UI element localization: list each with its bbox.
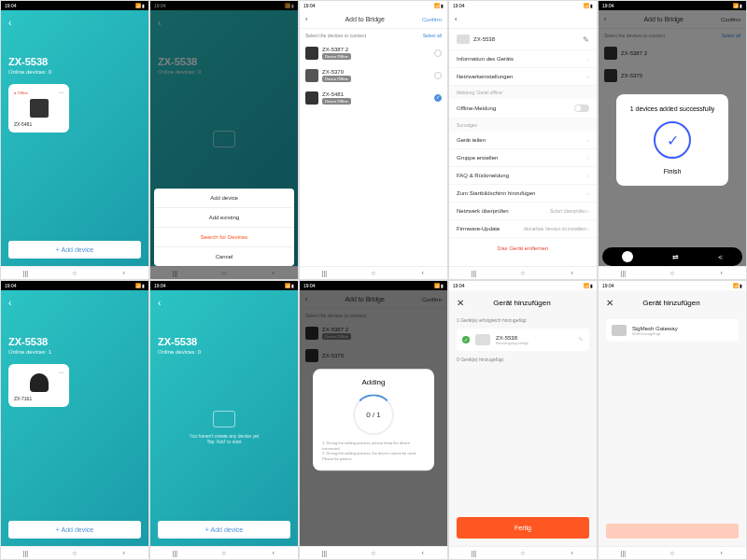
add-device-button[interactable]: + Add device xyxy=(8,521,141,539)
settings-homescreen[interactable]: Zum Startbildschirm hinzufügen› xyxy=(449,185,597,203)
adding-title: Adding xyxy=(322,378,425,386)
share-bar[interactable]: ⇄ < xyxy=(602,247,742,266)
sheet-add-existing[interactable]: Add existing xyxy=(154,208,294,228)
close-icon[interactable]: ✕ xyxy=(606,298,613,308)
fertig-button[interactable]: Fertig xyxy=(457,517,589,539)
screen-action-sheet: 19:04📶 ▮ ‹ ZX-5538 Online devices: 0 Add… xyxy=(149,0,299,280)
offline-badge: ● Offline xyxy=(14,91,28,95)
gateway-icon xyxy=(612,325,627,336)
screen-add-to-bridge: 19:04📶 ▮ ‹ Add to Bridge Confirm Select … xyxy=(299,0,448,280)
check-icon: ✓ xyxy=(462,336,470,343)
settings-firmware[interactable]: Firmware-UpdateAktuellste Version ist in… xyxy=(449,220,597,238)
device-card[interactable]: ⋯ ZX-7161 xyxy=(8,364,69,407)
share-icon[interactable]: < xyxy=(718,253,723,261)
added-device-card[interactable]: ✓ ZX-5538Hinzufügung erfolgt ✎ xyxy=(457,329,589,351)
add-device-button[interactable]: + Add device xyxy=(158,521,290,539)
success-modal: 1 devices added successfully ✓ Finish xyxy=(616,94,728,186)
settings-faq[interactable]: FAQ & Rückmeldung› xyxy=(449,167,597,185)
status-bar: 19:04📶 ▮ xyxy=(1,1,148,10)
back-icon[interactable]: ‹ xyxy=(8,18,141,28)
action-sheet: Add device Add existing Search for Devic… xyxy=(154,189,294,266)
adding-hint: 1. During the adding process, please kee… xyxy=(322,441,425,461)
device-image xyxy=(30,99,49,118)
confirm-button[interactable]: Confirm xyxy=(422,17,442,22)
back-icon[interactable]: ‹ xyxy=(8,298,141,308)
screen-hub-offline: 19:04📶 ▮ ‹ ZX-5538 Online devices: 0 ● O… xyxy=(0,0,149,280)
radio-checked[interactable] xyxy=(434,94,442,102)
device-row[interactable]: ZX-5370Device Offline xyxy=(300,64,447,87)
device-thumb-icon xyxy=(457,35,470,44)
capture-icon[interactable] xyxy=(622,251,633,262)
sheet-search[interactable]: Search for Devices xyxy=(154,228,294,247)
device-name: ZX-7161 xyxy=(14,396,63,401)
screen-device-settings: 19:04📶 ▮ ‹ ZX-5538 ✎ Information des Ger… xyxy=(448,0,598,280)
select-all-button[interactable]: Select all xyxy=(423,33,442,38)
hub-title: ZX-5538 xyxy=(8,56,141,67)
close-icon[interactable]: ✕ xyxy=(457,298,464,308)
settings-group[interactable]: Gruppe erstellen› xyxy=(449,149,597,167)
edit-icon[interactable]: ✎ xyxy=(578,336,584,343)
added-device-card[interactable]: SigMesh GatewayWird hinzugefügt xyxy=(606,319,739,342)
empty-box-icon xyxy=(213,411,235,427)
online-count: Online devices: 0 xyxy=(8,69,141,75)
finish-button[interactable]: Finish xyxy=(627,168,717,175)
success-check-icon: ✓ xyxy=(654,121,691,159)
screen-adding: 19:04📶 ▮ ‹Add to BridgeConfirm Select th… xyxy=(299,280,448,560)
edit-icon[interactable]: ✎ xyxy=(583,35,589,44)
device-icon xyxy=(305,47,318,60)
device-image xyxy=(30,373,49,392)
screen-header: ‹ Add to Bridge Confirm xyxy=(300,10,447,29)
sheet-add-device[interactable]: Add device xyxy=(154,189,294,208)
empty-state: You haven't create any device yet Tap 'A… xyxy=(158,411,290,444)
back-icon[interactable]: ‹ xyxy=(158,298,290,308)
radio-unchecked[interactable] xyxy=(434,72,442,79)
settings-offline-toggle[interactable]: Offline-Meldung xyxy=(449,99,597,119)
success-message: 1 devices added successfully xyxy=(627,105,717,112)
settings-share[interactable]: Gerät teilen› xyxy=(449,132,597,149)
device-row[interactable]: ZX-5481Device Offline xyxy=(300,87,447,109)
more-icon[interactable]: ⋯ xyxy=(59,90,63,95)
screen-add-gateway-de: 19:04📶 ▮ ✕ Gerät hinzufügen SigMesh Gate… xyxy=(598,280,747,560)
crop-icon[interactable]: ⇄ xyxy=(672,253,679,261)
sheet-cancel[interactable]: Cancel xyxy=(154,247,294,266)
adding-modal: Adding 0 / 1 1. During the adding proces… xyxy=(313,369,434,470)
device-name: ZX-5481 xyxy=(14,121,63,127)
radio-unchecked[interactable] xyxy=(434,49,442,57)
screen-success: 19:04📶 ▮ ‹Add to BridgeConfirm Select th… xyxy=(598,0,747,280)
device-card[interactable]: ● Offline ⋯ ZX-5481 xyxy=(8,84,69,133)
android-nav: |||○‹ xyxy=(1,266,148,279)
remove-device-button[interactable]: Das Gerät entfernen xyxy=(449,238,597,259)
device-name-row[interactable]: ZX-5538 ✎ xyxy=(449,29,597,50)
device-row[interactable]: ZX-5387 2Device Offline xyxy=(300,42,447,64)
add-device-button[interactable]: + Add device xyxy=(8,241,141,259)
settings-netcheck[interactable]: Netzwerk überprüfenSofort überprüfen › xyxy=(449,203,597,220)
back-icon[interactable]: ‹ xyxy=(455,16,457,22)
settings-network[interactable]: Netzwerkeinstellungen› xyxy=(449,68,597,86)
screen-hub-empty: 19:04📶 ▮ ‹ ZX-5538 Online devices: 0 You… xyxy=(149,280,299,560)
device-thumb-icon xyxy=(475,334,490,345)
toggle-off[interactable] xyxy=(574,105,589,112)
hub-main: ‹ ZX-5538 Online devices: 0 ● Offline ⋯ … xyxy=(1,10,148,266)
fertig-button-disabled xyxy=(606,524,739,539)
screen-hub-online: 19:04📶 ▮ ‹ ZX-5538 Online devices: 1 ⋯ Z… xyxy=(0,280,149,560)
more-icon[interactable]: ⋯ xyxy=(59,370,63,375)
progress-circle: 0 / 1 xyxy=(353,394,394,435)
settings-info[interactable]: Information des Geräts› xyxy=(449,50,597,68)
screen-add-success-de: 19:04📶 ▮ ✕ Gerät hinzufügen 1 Gerät(e) e… xyxy=(448,280,598,560)
